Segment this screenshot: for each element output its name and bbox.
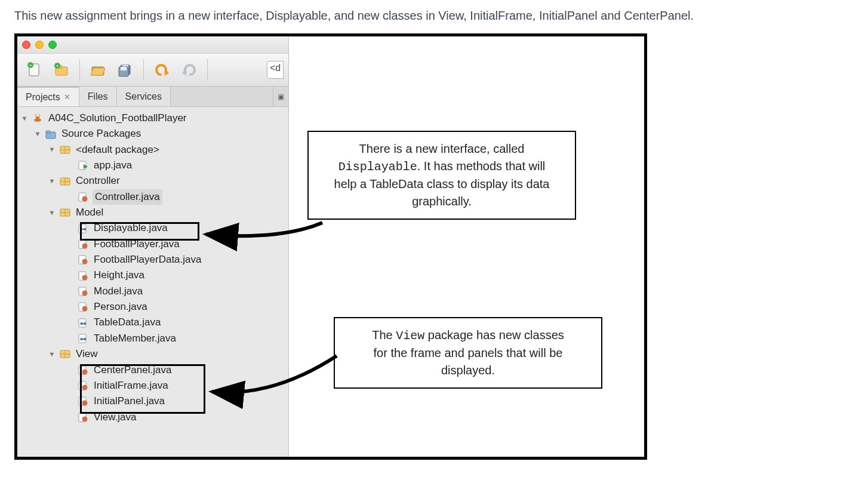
ide-toolbar: + + (17, 53, 288, 87)
close-icon[interactable]: ✕ (64, 93, 70, 101)
tree-item-label: Controller (75, 173, 121, 189)
tree-item-label: <default package> (75, 142, 161, 158)
source-file[interactable]: View.java (19, 410, 287, 425)
undo-button[interactable] (150, 58, 174, 82)
interface-icon (77, 223, 89, 234)
window-minimize-dot[interactable] (35, 41, 44, 49)
tab-spacer (171, 87, 273, 106)
tree-item-label: FootballPlayerData.java (93, 252, 202, 267)
svg-rect-12 (121, 67, 127, 70)
main-icon (77, 160, 89, 171)
tree-item-label: CenterPanel.java (93, 362, 173, 378)
project-tree[interactable]: ▼A04C_Solution_FootballPlayer▼Source Pac… (17, 107, 288, 457)
toolbar-separator (143, 59, 144, 81)
save-all-button[interactable] (113, 58, 137, 82)
svg-point-60 (82, 385, 88, 390)
source-file[interactable]: TableMember.java (19, 331, 287, 346)
svg-point-39 (82, 259, 88, 264)
package-node[interactable]: ▼<default package> (19, 142, 287, 158)
class-icon (77, 302, 89, 312)
tree-item-label: Height.java (93, 267, 146, 283)
svg-point-43 (82, 290, 88, 296)
package-node[interactable]: ▼Model (19, 205, 287, 220)
tree-item-label: Person.java (93, 299, 149, 315)
tab-label: Projects (26, 92, 60, 103)
tree-item-label: Displayable.java (93, 220, 169, 236)
class-icon (77, 192, 89, 202)
project-node[interactable]: ▼A04C_Solution_FootballPlayer (19, 110, 287, 126)
tab-label: Files (88, 91, 108, 102)
toolbar-separator (207, 59, 208, 81)
panel-tabbar: Projects ✕ Files Services ▣ (17, 87, 288, 107)
source-file[interactable]: InitialFrame.java (19, 378, 287, 393)
package-icon (59, 349, 71, 359)
config-combo[interactable]: <d (267, 61, 284, 79)
source-file[interactable]: Person.java (19, 299, 287, 315)
tab-label: Services (125, 91, 162, 102)
open-project-button[interactable] (86, 58, 110, 82)
class-icon (77, 365, 89, 376)
package-node[interactable]: ▼Controller (19, 173, 287, 189)
annotation-displayable: There is a new interface, calledDisplaya… (307, 131, 576, 220)
source-file[interactable]: FootballPlayerData.java (19, 252, 287, 267)
source-file[interactable]: Height.java (19, 267, 287, 283)
tree-item-label: View.java (93, 410, 138, 425)
class-icon (77, 396, 89, 407)
package-icon (59, 176, 71, 187)
package-node[interactable]: ▼View (19, 346, 287, 362)
project-icon (32, 113, 44, 124)
class-icon (77, 412, 89, 423)
svg-point-28 (82, 196, 88, 201)
source-file[interactable]: InitialPanel.java (19, 393, 287, 409)
redo-button[interactable] (177, 58, 201, 82)
tree-item-label: TableData.java (93, 315, 162, 330)
srcroot-icon (45, 129, 57, 140)
annotation-view: The View package has new classesfor the … (334, 317, 602, 389)
tree-item-label: InitialPanel.java (93, 393, 166, 409)
svg-point-64 (82, 416, 88, 422)
tab-files[interactable]: Files (79, 87, 117, 106)
toolbar-separator (79, 59, 80, 81)
disclosure-triangle-icon[interactable]: ▼ (21, 113, 28, 124)
package-icon (59, 144, 71, 155)
new-project-button[interactable]: + (50, 58, 73, 82)
disclosure-triangle-icon[interactable]: ▼ (48, 208, 56, 218)
tree-item-label: Model.java (93, 284, 144, 299)
tree-item-label: FootballPlayer.java (93, 236, 181, 252)
svg-point-45 (82, 306, 88, 312)
tab-services[interactable]: Services (117, 87, 171, 106)
source-file[interactable]: Displayable.java (19, 220, 287, 236)
svg-marker-8 (91, 68, 105, 75)
source-file[interactable]: app.java (19, 158, 287, 173)
mac-titlebar (17, 36, 288, 53)
new-file-button[interactable]: + (22, 58, 46, 82)
interface-icon (77, 333, 89, 344)
tree-item-label: A04C_Solution_FootballPlayer (47, 110, 188, 126)
window-zoom-dot[interactable] (48, 41, 57, 49)
source-file[interactable]: CenterPanel.java (19, 362, 287, 378)
class-icon (77, 286, 89, 297)
disclosure-triangle-icon[interactable]: ▼ (48, 176, 56, 186)
disclosure-triangle-icon[interactable]: ▼ (34, 129, 41, 139)
source-file[interactable]: TableData.java (19, 315, 287, 330)
source-file[interactable]: Controller.java (19, 189, 287, 205)
class-icon (77, 380, 89, 391)
interface-icon (77, 318, 89, 328)
disclosure-triangle-icon[interactable]: ▼ (48, 144, 56, 155)
svg-point-41 (82, 275, 88, 280)
minimize-panel-button[interactable]: ▣ (273, 87, 288, 106)
ide-pane: + + (17, 36, 289, 457)
tree-item-label: InitialFrame.java (93, 378, 170, 393)
tab-projects[interactable]: Projects ✕ (17, 87, 79, 106)
source-packages-node[interactable]: ▼Source Packages (19, 126, 287, 142)
svg-text:+: + (56, 63, 59, 69)
window-close-dot[interactable] (22, 41, 30, 49)
disclosure-triangle-icon[interactable]: ▼ (48, 349, 56, 359)
tree-item-label: Controller.java (93, 189, 162, 205)
svg-point-37 (82, 243, 88, 248)
tree-item-label: Model (75, 205, 104, 220)
svg-rect-16 (36, 116, 39, 120)
source-file[interactable]: FootballPlayer.java (19, 236, 287, 252)
source-file[interactable]: Model.java (19, 284, 287, 299)
class-icon (77, 254, 89, 265)
